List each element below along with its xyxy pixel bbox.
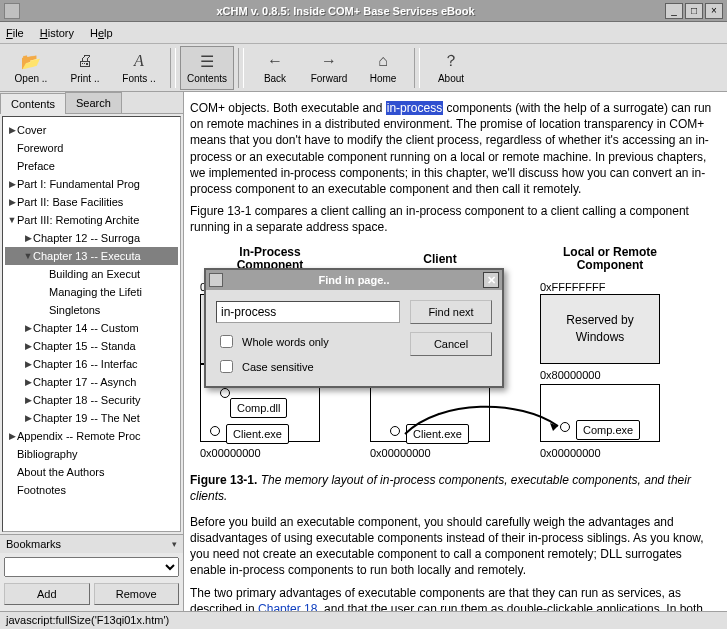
menu-help[interactable]: Help — [90, 27, 113, 39]
tree-item[interactable]: ▶ Chapter 15 -- Standa — [5, 337, 178, 355]
expand-icon[interactable]: ▶ — [23, 355, 33, 373]
tree-item[interactable]: ▼ Part III: Remoting Archite — [5, 211, 178, 229]
tree-item[interactable]: ▶ Chapter 18 -- Security — [5, 391, 178, 409]
collapse-icon[interactable]: ▼ — [7, 211, 17, 229]
status-bar: javascript:fullSize('F13qi01x.htm') — [0, 611, 727, 629]
find-next-button[interactable]: Find next — [410, 300, 492, 324]
contents-button[interactable]: ☰ Contents — [180, 46, 234, 90]
tree-item[interactable]: ▶ Cover — [5, 121, 178, 139]
close-button[interactable]: × — [705, 3, 723, 19]
back-button[interactable]: ← Back — [248, 46, 302, 90]
tree-item[interactable]: ▶ Chapter 19 -- The Net — [5, 409, 178, 427]
chapter-link[interactable]: Chapter 18 — [258, 602, 317, 611]
dialog-close-button[interactable]: ✕ — [483, 272, 499, 288]
dialog-title-bar[interactable]: Find in page.. ✕ — [206, 270, 502, 290]
forward-icon: → — [319, 51, 339, 71]
tree-item-label: Appendix -- Remote Proc — [17, 427, 141, 445]
collapse-icon[interactable]: ▼ — [23, 247, 33, 265]
home-icon: ⌂ — [373, 51, 393, 71]
tree-item[interactable]: ▶ Chapter 14 -- Custom — [5, 319, 178, 337]
window-title: xCHM v. 0.8.5: Inside COM+ Base Services… — [26, 5, 665, 17]
tree-item-label: About the Authors — [17, 463, 104, 481]
toolbar-separator — [414, 48, 420, 88]
menu-history[interactable]: History — [40, 27, 74, 39]
expand-icon[interactable]: ▶ — [23, 391, 33, 409]
home-button[interactable]: ⌂ Home — [356, 46, 410, 90]
fonts-icon: A — [129, 51, 149, 71]
toolbar-separator — [170, 48, 176, 88]
paragraph: Before you build an executable component… — [190, 514, 717, 579]
expand-icon[interactable]: ▶ — [23, 229, 33, 247]
tree-item-label: Footnotes — [17, 481, 66, 499]
highlighted-text: in-process — [386, 101, 443, 115]
fonts-button[interactable]: A Fonts .. — [112, 46, 166, 90]
print-icon: 🖨 — [75, 51, 95, 71]
tree-item-label: Foreword — [17, 139, 63, 157]
expand-icon[interactable]: ▶ — [23, 409, 33, 427]
figure-caption: Figure 13-1. The memory layout of in-pro… — [190, 472, 717, 504]
dialog-icon — [209, 273, 223, 287]
whole-words-checkbox[interactable]: Whole words only — [216, 332, 400, 351]
paragraph: Figure 13-1 compares a client calling an… — [190, 203, 717, 235]
minimize-button[interactable]: _ — [665, 3, 683, 19]
tree-item[interactable]: Bibliography — [5, 445, 178, 463]
app-icon — [4, 3, 20, 19]
tree-item[interactable]: Foreword — [5, 139, 178, 157]
cancel-button[interactable]: Cancel — [410, 332, 492, 356]
expand-icon[interactable]: ▶ — [7, 427, 17, 445]
tree-item[interactable]: ▶ Part I: Fundamental Prog — [5, 175, 178, 193]
tree-item[interactable]: ▶ Appendix -- Remote Proc — [5, 427, 178, 445]
menu-file[interactable]: File — [6, 27, 24, 39]
bookmarks-select[interactable] — [4, 557, 179, 577]
tree-item-label: Building an Execut — [49, 265, 140, 283]
tree-item-label: Bibliography — [17, 445, 78, 463]
tree-item-label: Chapter 18 -- Security — [33, 391, 141, 409]
tree-item[interactable]: Managing the Lifeti — [5, 283, 178, 301]
maximize-button[interactable]: □ — [685, 3, 703, 19]
tree-item[interactable]: Singletons — [5, 301, 178, 319]
find-dialog: Find in page.. ✕ Find next Whole words o… — [204, 268, 504, 388]
tree-item-label: Chapter 15 -- Standa — [33, 337, 136, 355]
add-bookmark-button[interactable]: Add — [4, 583, 90, 605]
tree-item-label: Preface — [17, 157, 55, 175]
tree-item-label: Part I: Fundamental Prog — [17, 175, 140, 193]
find-input[interactable] — [216, 301, 400, 323]
arrow-icon — [400, 394, 570, 444]
tree-item[interactable]: ▶ Part II: Base Facilities — [5, 193, 178, 211]
contents-icon: ☰ — [197, 51, 217, 71]
about-button[interactable]: ？ About — [424, 46, 478, 90]
tree-item-label: Chapter 19 -- The Net — [33, 409, 140, 427]
tree-item[interactable]: About the Authors — [5, 463, 178, 481]
about-icon: ？ — [441, 51, 461, 71]
tree-item[interactable]: Preface — [5, 157, 178, 175]
print-button[interactable]: 🖨 Print .. — [58, 46, 112, 90]
tree-item-label: Managing the Lifeti — [49, 283, 142, 301]
remove-bookmark-button[interactable]: Remove — [94, 583, 180, 605]
tab-contents[interactable]: Contents — [0, 93, 66, 114]
sidebar: Contents Search ▶ Cover Foreword Preface… — [0, 92, 184, 611]
menu-bar: File History Help — [0, 22, 727, 44]
tree-item[interactable]: ▼ Chapter 13 -- Executa — [5, 247, 178, 265]
expand-icon[interactable]: ▶ — [7, 193, 17, 211]
paragraph: COM+ objects. Both executable and in-pro… — [190, 100, 717, 197]
tree-item-label: Chapter 16 -- Interfac — [33, 355, 138, 373]
expand-icon[interactable]: ▶ — [23, 337, 33, 355]
tree-item[interactable]: ▶ Chapter 17 -- Asynch — [5, 373, 178, 391]
tree-item[interactable]: ▶ Chapter 12 -- Surroga — [5, 229, 178, 247]
expand-icon[interactable]: ▶ — [7, 121, 17, 139]
expand-icon[interactable]: ▶ — [7, 175, 17, 193]
tree-item[interactable]: Building an Execut — [5, 265, 178, 283]
tree-item-label: Singletons — [49, 301, 100, 319]
contents-tree[interactable]: ▶ Cover Foreword Preface▶ Part I: Fundam… — [2, 116, 181, 532]
expand-icon[interactable]: ▶ — [23, 319, 33, 337]
bookmarks-header[interactable]: Bookmarks ▾ — [0, 534, 183, 553]
back-icon: ← — [265, 51, 285, 71]
open-button[interactable]: 📂 Open .. — [4, 46, 58, 90]
tab-search[interactable]: Search — [65, 92, 122, 113]
case-sensitive-checkbox[interactable]: Case sensitive — [216, 357, 400, 376]
forward-button[interactable]: → Forward — [302, 46, 356, 90]
tree-item[interactable]: Footnotes — [5, 481, 178, 499]
tree-item-label: Chapter 17 -- Asynch — [33, 373, 136, 391]
expand-icon[interactable]: ▶ — [23, 373, 33, 391]
tree-item[interactable]: ▶ Chapter 16 -- Interfac — [5, 355, 178, 373]
